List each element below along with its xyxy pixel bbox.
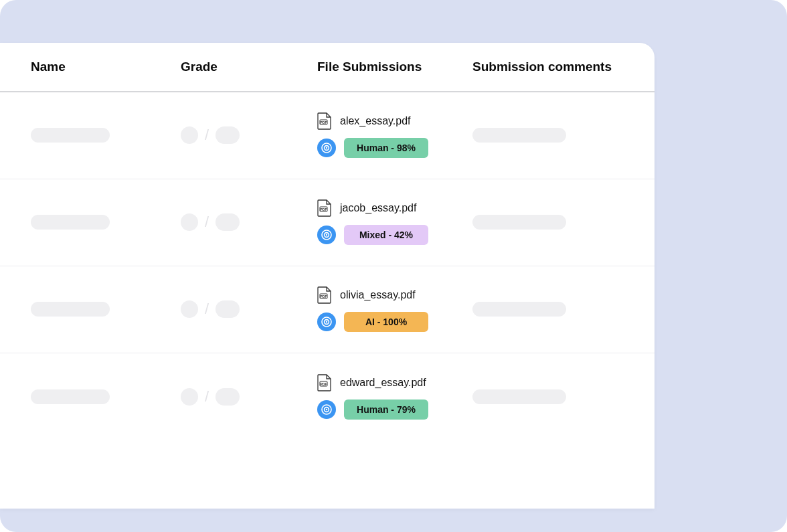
comments-cell [472, 128, 654, 143]
grade-cell: / [181, 300, 317, 318]
col-header-grade: Grade [181, 59, 317, 75]
detection-logo-icon [317, 313, 336, 331]
comment-placeholder [472, 128, 566, 143]
grade-placeholder-right [215, 126, 240, 144]
file-name: olivia_essay.pdf [340, 289, 416, 301]
comment-placeholder [472, 215, 566, 230]
name-cell [31, 215, 181, 230]
svg-text:PDF: PDF [321, 294, 327, 298]
name-cell [31, 128, 181, 143]
table-row: / PDF alex_essay.pdf [0, 92, 654, 179]
svg-text:PDF: PDF [321, 120, 327, 124]
comment-placeholder [472, 389, 566, 404]
comment-placeholder [472, 302, 566, 317]
detection-result[interactable]: Mixed - 42% [317, 225, 472, 245]
comments-cell [472, 302, 654, 317]
detection-logo-icon [317, 226, 336, 244]
page-background: Name Grade File Submissions Submission c… [0, 0, 787, 532]
svg-text:PDF: PDF [321, 207, 327, 211]
file-link[interactable]: PDF alex_essay.pdf [317, 112, 472, 130]
submissions-panel: Name Grade File Submissions Submission c… [0, 43, 654, 509]
grade-placeholder-left [181, 388, 198, 406]
file-name: alex_essay.pdf [340, 115, 411, 127]
svg-point-9 [326, 234, 327, 236]
detection-badge: Human - 98% [344, 138, 428, 158]
detection-badge: Human - 79% [344, 400, 428, 420]
grade-cell: / [181, 126, 317, 144]
name-cell [31, 302, 181, 317]
grade-placeholder-left [181, 126, 198, 144]
name-placeholder [31, 128, 110, 143]
pdf-file-icon: PDF [317, 286, 332, 304]
grade-placeholder-right [215, 300, 240, 318]
col-header-file-submissions: File Submissions [317, 59, 472, 75]
grade-separator: / [205, 126, 209, 144]
name-placeholder [31, 389, 110, 404]
table-row: / PDF edward_essay.pdf [0, 353, 654, 440]
file-name: jacob_essay.pdf [340, 202, 416, 214]
svg-point-4 [326, 147, 327, 149]
file-link[interactable]: PDF olivia_essay.pdf [317, 286, 472, 304]
grade-placeholder-right [215, 213, 240, 231]
table-body: / PDF alex_essay.pdf [0, 92, 654, 440]
table-header-row: Name Grade File Submissions Submission c… [0, 43, 654, 92]
grade-placeholder-left [181, 213, 198, 231]
file-link[interactable]: PDF jacob_essay.pdf [317, 199, 472, 217]
grade-placeholder-left [181, 300, 198, 318]
svg-point-14 [326, 321, 327, 323]
comments-cell [472, 215, 654, 230]
name-cell [31, 389, 181, 404]
grade-separator: / [205, 213, 209, 231]
svg-point-19 [326, 409, 327, 410]
pdf-file-icon: PDF [317, 374, 332, 391]
col-header-name: Name [31, 59, 181, 75]
grade-separator: / [205, 300, 209, 318]
detection-result[interactable]: Human - 79% [317, 400, 472, 420]
grade-cell: / [181, 388, 317, 406]
grade-cell: / [181, 213, 317, 231]
col-header-submission-comments: Submission comments [472, 59, 654, 75]
pdf-file-icon: PDF [317, 112, 332, 130]
name-placeholder [31, 302, 110, 317]
detection-result[interactable]: AI - 100% [317, 312, 472, 332]
file-submissions-cell: PDF edward_essay.pdf [317, 374, 472, 420]
grade-placeholder-right [215, 388, 240, 406]
table-row: / PDF olivia_essay.pdf [0, 266, 654, 353]
detection-badge: AI - 100% [344, 312, 428, 332]
svg-text:PDF: PDF [321, 381, 327, 385]
file-submissions-cell: PDF olivia_essay.pdf [317, 286, 472, 332]
detection-result[interactable]: Human - 98% [317, 138, 472, 158]
file-submissions-cell: PDF jacob_essay.pdf [317, 199, 472, 245]
detection-logo-icon [317, 400, 336, 419]
file-submissions-cell: PDF alex_essay.pdf [317, 112, 472, 158]
file-link[interactable]: PDF edward_essay.pdf [317, 374, 472, 391]
table-row: / PDF jacob_essay.pdf [0, 179, 654, 266]
name-placeholder [31, 215, 110, 230]
pdf-file-icon: PDF [317, 199, 332, 217]
detection-logo-icon [317, 139, 336, 157]
comments-cell [472, 389, 654, 404]
detection-badge: Mixed - 42% [344, 225, 428, 245]
grade-separator: / [205, 388, 209, 406]
file-name: edward_essay.pdf [340, 377, 426, 389]
